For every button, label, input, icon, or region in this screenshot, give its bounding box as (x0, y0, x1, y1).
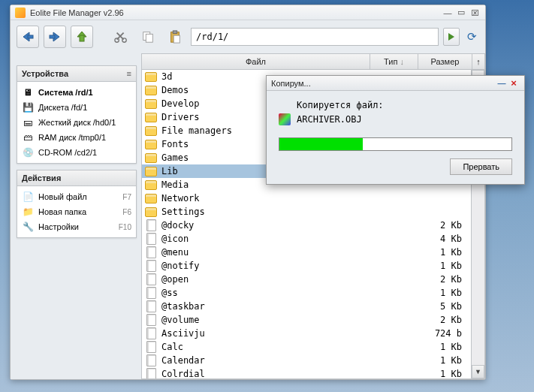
file-size (442, 193, 451, 204)
file-row[interactable]: Network (142, 191, 471, 205)
file-name: Calc (161, 342, 360, 352)
action-label: Новый файл (38, 192, 87, 201)
device-label: Жесткий диск /hd0/1 (38, 118, 116, 127)
file-row[interactable]: @volume2 Kb (142, 313, 471, 327)
device-item[interactable]: Дискета /fd/1 (20, 100, 133, 115)
cut-button[interactable] (110, 26, 132, 48)
svg-point-4 (122, 38, 126, 42)
file-name: Calendar (161, 355, 360, 366)
action-label: Настройки (38, 222, 79, 231)
folder-icon (145, 192, 157, 204)
device-item[interactable]: CD-ROM /cd2/1 (20, 145, 133, 160)
action-item[interactable]: НастройкиF10 (20, 219, 133, 234)
folder-icon (145, 71, 157, 83)
dialog-minimize-button[interactable]: — (496, 78, 508, 89)
dialog-close-button[interactable]: × (508, 78, 520, 89)
file-row[interactable]: Colrdial1 Kb (142, 367, 471, 378)
file-name: Colrdial (161, 369, 360, 378)
back-button[interactable] (17, 26, 39, 48)
action-item[interactable]: Новая папкаF6 (20, 204, 133, 219)
file-row[interactable]: @open2 Kb (142, 273, 471, 286)
file-name: @volume (161, 315, 360, 325)
folder-icon (145, 206, 157, 218)
disk-icon (22, 101, 34, 113)
settings-icon (22, 221, 34, 233)
go-button[interactable] (443, 28, 460, 46)
device-label: RAM диск /tmp0/1 (38, 133, 106, 142)
file-icon (145, 273, 157, 285)
svg-rect-0 (28, 35, 33, 38)
paste-button[interactable] (164, 26, 186, 48)
file-row[interactable]: @ss1 Kb (142, 286, 471, 300)
arrow-left-icon (20, 30, 35, 44)
file-icon (145, 314, 157, 326)
main-window: Eolite File Manager v2.96 — ▭ 🗵 ⟳ (10, 5, 486, 380)
minimize-button[interactable]: — (442, 7, 454, 18)
action-item[interactable]: Новый файлF7 (20, 189, 133, 204)
column-headers: Файл Тип ↓ Размер ↑ (141, 53, 485, 70)
path-input[interactable] (191, 28, 439, 46)
cd-icon (22, 146, 34, 158)
file-name: @ss (161, 288, 360, 298)
device-item[interactable]: Система /rd/1 (20, 85, 133, 100)
arrow-up-icon (74, 30, 89, 44)
server-icon (22, 86, 34, 98)
archive-icon (279, 113, 291, 125)
file-name: @taskbar (161, 301, 360, 312)
svg-rect-2 (80, 35, 84, 41)
file-size: 1 Kb (417, 247, 471, 258)
shortcut-label: F10 (119, 223, 131, 231)
col-type-header[interactable]: Тип ↓ (370, 53, 418, 70)
file-row[interactable]: Calendar1 Kb (142, 354, 471, 367)
cancel-button[interactable]: Прервать (450, 158, 512, 175)
device-item[interactable]: RAM диск /tmp0/1 (20, 130, 133, 145)
arrow-right-icon (47, 30, 62, 44)
dialog-body: Копируется файл: ARCHIVER.OBJ Прервать (267, 91, 524, 184)
hdd-icon (22, 116, 34, 128)
file-row[interactable]: Calc1 Kb (142, 340, 471, 354)
file-type (423, 207, 471, 217)
device-item[interactable]: Жесткий диск /hd0/1 (20, 115, 133, 130)
col-arrow-header[interactable]: ↑ (472, 53, 485, 70)
file-icon (145, 287, 157, 299)
svg-rect-9 (173, 35, 180, 43)
file-icon (145, 327, 157, 339)
folder-icon (145, 152, 157, 164)
copy-icon (140, 30, 155, 44)
dialog-titlebar[interactable]: Копирум... — × (267, 76, 524, 91)
file-row[interactable]: @icon4 Kb (142, 232, 471, 246)
file-row[interactable]: @menu1 Kb (142, 246, 471, 259)
file-row[interactable]: Asciivju724 b (142, 327, 471, 340)
device-label: CD-ROM /cd2/1 (38, 148, 97, 157)
col-name-header[interactable]: Файл (141, 53, 370, 70)
forward-button[interactable] (44, 26, 66, 48)
progress-bar (279, 137, 512, 151)
titlebar[interactable]: Eolite File Manager v2.96 — ▭ 🗵 (11, 5, 485, 20)
scroll-down-button[interactable]: ▼ (472, 365, 484, 378)
device-label: Дискета /fd/1 (38, 103, 87, 112)
folder-icon (145, 138, 157, 150)
file-icon (145, 246, 157, 258)
close-button[interactable]: 🗵 (469, 7, 481, 18)
file-name: @open (161, 274, 360, 285)
file-row[interactable]: Settings (142, 205, 471, 219)
actions-panel: Действия Новый файлF7Новая папкаF6Настро… (17, 170, 137, 238)
scissors-icon (113, 30, 128, 44)
file-row[interactable]: @taskbar5 Kb (142, 300, 471, 313)
up-button[interactable] (71, 26, 93, 48)
copy-button[interactable] (137, 26, 159, 48)
reload-button[interactable]: ⟳ (464, 28, 479, 46)
file-row[interactable]: @notify1 Kb (142, 259, 471, 273)
file-size: 2 Kb (417, 274, 471, 285)
file-name: @notify (161, 261, 360, 271)
panel-menu-icon[interactable]: ≡ (127, 69, 131, 78)
file-row[interactable]: @docky2 Kb (142, 219, 471, 232)
toolbar: ⟳ (11, 20, 485, 53)
file-size: 1 Kb (417, 288, 471, 298)
folder-icon (145, 179, 157, 191)
file-icon (145, 368, 157, 378)
col-size-header[interactable]: Размер (418, 53, 472, 70)
file-size: 5 Kb (417, 301, 471, 312)
maximize-button[interactable]: ▭ (455, 7, 467, 18)
actions-panel-header: Действия (17, 170, 136, 186)
